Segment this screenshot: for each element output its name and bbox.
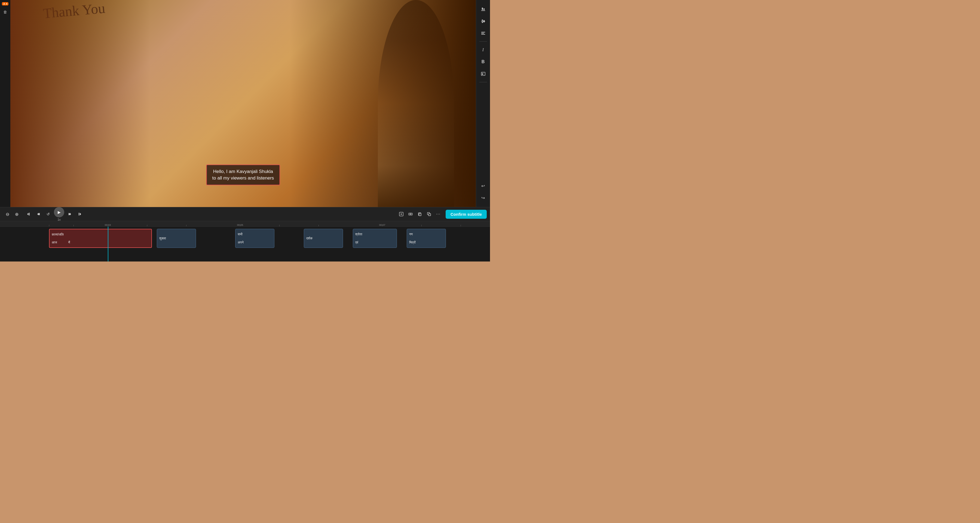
zoom-out-button[interactable]: ⊖ [3, 210, 11, 218]
clip-word: सभी [238, 232, 243, 236]
clip-word: शुक्ला [159, 236, 166, 240]
clip-word: मित्रों [409, 241, 416, 244]
subtitle-line2: to all my viewers and listeners [212, 175, 274, 182]
svg-text:CC: CC [482, 72, 484, 73]
clip-row-1: गण [409, 232, 444, 236]
svg-rect-6 [484, 20, 485, 22]
subtitle-clip-selected[interactable]: काव्यांजलि आज मैं [49, 229, 152, 248]
clip-row-2: आज मैं [52, 241, 149, 244]
clip-row-2: मित्रों [409, 241, 444, 244]
split-button[interactable] [406, 210, 415, 218]
controls-bar: ⊖ ⊕ ↺ ▶ 1x [0, 207, 490, 221]
more-options-button[interactable]: ··· [434, 210, 442, 218]
right-toolbar: I B CC ↩ ↪ [476, 0, 490, 207]
clip-row-2: अपने [238, 241, 272, 244]
timeline-area: 00:03 00:05 00:07 काव्यांजलि [0, 221, 490, 262]
clip-word: गण [409, 232, 413, 236]
clip-word: आज [52, 241, 57, 244]
svg-rect-26 [419, 213, 421, 216]
svg-rect-4 [482, 20, 483, 21]
skip-to-end-button[interactable] [76, 210, 84, 218]
zoom-in-button[interactable]: ⊕ [13, 210, 21, 218]
svg-rect-14 [29, 213, 30, 215]
undo-button[interactable]: ↩ [478, 181, 488, 191]
left-sidebar: ⚠ 4 🗑 [0, 0, 10, 207]
redo-button[interactable]: ↪ [478, 193, 488, 203]
speed-wrapper: ▶ 1x [54, 207, 64, 221]
svg-rect-8 [481, 33, 484, 33]
align-text-icon[interactable] [478, 28, 488, 38]
main-area: ⚠ 4 🗑 Hello, I am Kavyanjali Shukla to a… [0, 0, 490, 207]
speed-indicator: 1x [57, 218, 61, 221]
clip-row-2: एवं [355, 241, 395, 244]
step-forward-button[interactable] [66, 210, 74, 218]
clip-word: मैं [68, 241, 70, 244]
subtitle-clip-5[interactable]: श्रोता एवं [353, 229, 397, 248]
step-back-button[interactable] [34, 210, 43, 218]
align-bottom-icon[interactable] [478, 4, 488, 14]
clip-row-1: शुक्ला [159, 236, 194, 240]
clip-row-1: काव्यांजलि [52, 233, 149, 236]
playhead[interactable] [108, 226, 108, 262]
confirm-subtitle-button[interactable]: Confirm subtitle [445, 210, 487, 219]
zoom-section: ⊖ ⊕ [3, 210, 21, 218]
svg-rect-11 [482, 73, 483, 75]
video-player: Hello, I am Kavyanjali Shukla to all my … [10, 0, 476, 207]
bottom-area: ⊖ ⊕ ↺ ▶ 1x [0, 207, 490, 262]
clip-row-1: दर्शक [306, 236, 340, 240]
play-button[interactable]: ▶ [54, 207, 64, 217]
svg-rect-0 [481, 10, 485, 11]
caption-style-icon[interactable]: CC [478, 69, 488, 79]
add-subtitle-button[interactable] [397, 210, 405, 218]
italic-icon[interactable]: I [478, 45, 488, 55]
svg-marker-13 [27, 213, 29, 215]
svg-rect-1 [482, 8, 483, 10]
svg-rect-5 [482, 22, 483, 23]
clip-word: एवं [355, 241, 358, 244]
svg-rect-22 [409, 213, 410, 215]
warning-badge[interactable]: ⚠ 4 [2, 2, 8, 5]
svg-rect-23 [411, 213, 412, 215]
svg-rect-2 [484, 8, 485, 10]
delete-button[interactable]: 🗑 [2, 8, 9, 16]
align-center-icon[interactable] [478, 16, 488, 26]
svg-rect-28 [428, 214, 431, 216]
subtitle-clip-6[interactable]: गण मित्रों [407, 229, 446, 248]
svg-rect-20 [79, 213, 79, 215]
duplicate-button[interactable] [425, 210, 433, 218]
skip-to-start-button[interactable] [24, 210, 33, 218]
subtitle-line1: Hello, I am Kavyanjali Shukla [212, 168, 274, 175]
bold-icon[interactable]: B [478, 57, 488, 67]
subtitle-clip-3[interactable]: सभी अपने [235, 229, 274, 248]
subtitle-box[interactable]: Hello, I am Kavyanjali Shukla to all my … [206, 164, 280, 185]
clip-row-1: सभी [238, 232, 272, 236]
clip-row-1: श्रोता [355, 232, 395, 236]
copy-button[interactable] [416, 210, 424, 218]
toolbar-divider-2 [479, 82, 487, 82]
svg-rect-9 [481, 34, 485, 35]
clip-word: काव्यांजलि [52, 233, 64, 236]
timeline-ruler: 00:03 00:05 00:07 [0, 221, 490, 226]
right-controls-group: ··· Confirm subtitle [397, 210, 487, 219]
timeline-tracks: काव्यांजलि आज मैं शुक्ला सभी अपने [0, 226, 490, 262]
subtitle-clip-4[interactable]: दर्शक [304, 229, 343, 248]
svg-marker-19 [80, 213, 81, 215]
clip-word: दर्शक [306, 236, 312, 240]
clip-word: अपने [238, 241, 243, 244]
loop-button[interactable]: ↺ [44, 210, 52, 218]
clip-word: श्रोता [355, 232, 362, 236]
svg-rect-7 [481, 32, 485, 32]
subtitle-clip-2[interactable]: शुक्ला [157, 229, 196, 248]
